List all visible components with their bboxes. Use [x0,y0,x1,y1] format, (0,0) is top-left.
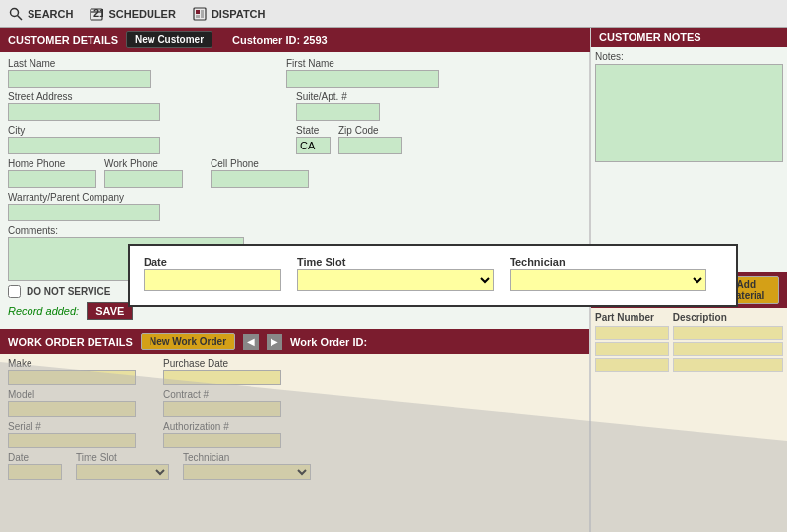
wo-model-input[interactable] [8,401,136,417]
customer-details-title: CUSTOMER DETAILS [8,34,118,46]
state-field: State [296,125,331,154]
work-order-section: WORK ORDER DETAILS New Work Order ◀ ▶ Wo… [0,329,590,532]
wo-auth-field: Authorization # [163,421,281,448]
popup-timeslot-field: Time Slot Morning Afternoon Evening [297,256,494,291]
street-label: Street Address [8,91,160,102]
cell-phone-input[interactable] [211,170,309,188]
materials-column-headers: Part Number Description [595,312,783,323]
svg-text:21: 21 [93,7,103,19]
work-order-id-label: Work Order ID: [290,336,367,348]
warranty-input[interactable] [8,204,160,221]
customer-id-display: Customer ID: 2593 [232,34,328,46]
wo-make-input[interactable] [8,370,136,385]
state-label: State [296,125,331,136]
work-phone-input[interactable] [104,170,183,188]
first-name-field: First Name [286,58,439,88]
popup-date-input[interactable] [144,269,281,291]
wo-technician-label: Technician [183,452,311,463]
popup-technician-select[interactable]: Tech 1 Tech 2 [510,269,706,291]
wo-timeslot-label: Time Slot [76,452,169,463]
popup-technician-label: Technician [510,256,706,267]
scheduler-nav-item[interactable]: 21 SCHEDULER [89,6,175,22]
main-content: CUSTOMER DETAILS New Customer Customer I… [0,28,787,532]
wo-serial-input[interactable] [8,433,136,448]
wo-make-field: Make [8,358,136,385]
home-phone-label: Home Phone [8,158,96,169]
dns-checkbox[interactable] [8,285,21,298]
wo-serial-field: Serial # [8,421,136,448]
comments-label: Comments: [8,225,244,236]
wo-date-label: Date [8,452,62,463]
wo-model-field: Model [8,389,136,417]
scheduler-icon: 21 [89,6,104,22]
wo-date-row: Date Time Slot Technician [8,452,581,480]
wo-purchase-date-field: Purchase Date [163,358,281,385]
wo-auth-label: Authorization # [163,421,281,432]
wo-serial-label: Serial # [8,421,136,432]
material-row [595,326,783,340]
material-part-number [595,358,669,372]
svg-rect-6 [196,10,200,14]
city-label: City [8,125,160,136]
wo-contract-field: Contract # [163,389,281,417]
wo-timeslot-select[interactable] [76,464,169,480]
search-nav-item[interactable]: SEARCH [8,6,73,22]
last-name-label: Last Name [8,58,151,69]
record-added-label: Record added: [8,305,79,317]
wo-auth-input[interactable] [163,433,281,448]
zip-input[interactable] [338,137,402,154]
work-order-form: Make Purchase Date Model Contract # [0,354,589,532]
street-row: Street Address Suite/Apt. # [8,91,581,121]
part-number-column-header: Part Number [595,312,669,323]
popup-fields-row: Date Time Slot Morning Afternoon Evening… [144,256,722,291]
first-name-input[interactable] [286,70,439,88]
dispatch-label: DISPATCH [212,8,266,20]
state-input[interactable] [296,137,331,154]
customer-notes-title: CUSTOMER NOTES [599,31,701,43]
material-row [595,358,783,372]
customer-notes-header: CUSTOMER NOTES [591,28,787,47]
city-input[interactable] [8,137,160,154]
wo-contract-input[interactable] [163,401,281,417]
material-part-number [595,342,669,356]
description-column-header: Description [673,312,783,323]
new-work-order-button[interactable]: New Work Order [141,333,235,350]
popup-technician-field: Technician Tech 1 Tech 2 [510,256,706,291]
save-button[interactable]: SAVE [87,302,133,320]
notes-input[interactable] [595,64,783,162]
search-icon [8,6,24,22]
svg-point-0 [11,8,19,16]
work-order-title: WORK ORDER DETAILS [8,336,133,348]
svg-rect-7 [196,15,200,18]
last-name-input[interactable] [8,70,151,88]
city-row: City State Zip Code [8,125,581,154]
wo-make-label: Make [8,358,136,369]
top-navigation: SEARCH 21 SCHEDULER DISPATCH [0,0,787,28]
dispatch-icon [192,6,208,22]
dispatch-nav-item[interactable]: DISPATCH [192,6,266,22]
suite-label: Suite/Apt. # [296,91,380,102]
street-input[interactable] [8,103,160,121]
suite-input[interactable] [296,103,380,121]
street-field: Street Address [8,91,160,121]
warranty-field: Warranty/Parent Company [8,192,160,221]
next-work-order-button[interactable]: ▶ [267,334,282,350]
material-description [673,326,783,340]
notes-area: Notes: [591,47,787,272]
cell-phone-label: Cell Phone [211,158,309,169]
prev-work-order-button[interactable]: ◀ [243,334,259,350]
wo-make-row: Make Purchase Date [8,358,581,385]
wo-model-label: Model [8,389,136,400]
home-phone-input[interactable] [8,170,96,188]
wo-purchase-date-label: Purchase Date [163,358,281,369]
wo-date-input[interactable] [8,464,62,480]
popup-timeslot-select[interactable]: Morning Afternoon Evening [297,269,494,291]
wo-technician-select[interactable] [183,464,311,480]
new-customer-button[interactable]: New Customer [126,31,212,48]
last-name-field: Last Name [8,58,151,88]
scheduling-popup: Date Time Slot Morning Afternoon Evening… [128,244,738,307]
popup-timeslot-label: Time Slot [297,256,494,267]
svg-line-1 [18,15,23,20]
wo-purchase-date-input[interactable] [163,370,281,385]
material-description [673,358,783,372]
